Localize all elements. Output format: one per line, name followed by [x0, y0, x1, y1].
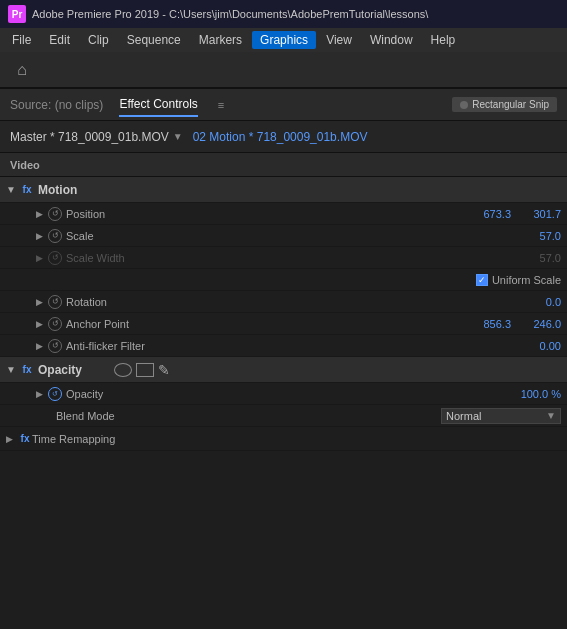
time-remapping-row: ▶ fx Time Remapping	[0, 427, 567, 451]
rect-mask-tool[interactable]	[136, 363, 154, 377]
scale-width-expand: ▶	[36, 253, 48, 263]
title-text: Adobe Premiere Pro 2019 - C:\Users\jim\D…	[32, 8, 428, 20]
scale-label: Scale	[66, 230, 511, 242]
rectangular-snip-button[interactable]: Rectangular Snip	[452, 97, 557, 112]
scale-expand[interactable]: ▶	[36, 231, 48, 241]
position-value-y[interactable]: 301.7	[511, 208, 561, 220]
opacity-value-row: ▶ ↺ Opacity 100.0 %	[0, 383, 567, 405]
menu-graphics[interactable]: Graphics	[252, 31, 316, 49]
position-label: Position	[66, 208, 461, 220]
position-expand[interactable]: ▶	[36, 209, 48, 219]
app-icon: Pr	[8, 5, 26, 23]
pen-mask-tool[interactable]: ✎	[158, 362, 170, 378]
opacity-effect-header[interactable]: ▼ fx Opacity ✎	[0, 357, 567, 383]
master-sequence[interactable]: Master * 718_0009_01b.MOV	[10, 130, 169, 144]
rotation-row: ▶ ↺ Rotation 0.0	[0, 291, 567, 313]
menu-view[interactable]: View	[318, 31, 360, 49]
snip-label: Rectangular Snip	[472, 99, 549, 110]
scale-row: ▶ ↺ Scale 57.0	[0, 225, 567, 247]
menu-help[interactable]: Help	[423, 31, 464, 49]
menu-edit[interactable]: Edit	[41, 31, 78, 49]
effect-controls-tab[interactable]: Effect Controls	[119, 93, 197, 117]
menu-markers[interactable]: Markers	[191, 31, 250, 49]
uniform-scale-row: ✓ Uniform Scale	[0, 269, 567, 291]
panel-header: Source: (no clips) Effect Controls ≡ Rec…	[0, 89, 567, 121]
motion-effect-group: ▼ fx Motion ▶ ↺ Position 673.3 301.7 ▶ ↺…	[0, 177, 567, 357]
sequence-dropdown-arrow[interactable]: ▼	[173, 131, 183, 142]
video-label: Video	[10, 159, 40, 171]
panel-menu-icon[interactable]: ≡	[218, 99, 224, 111]
scale-reset-icon[interactable]: ↺	[48, 229, 62, 243]
snip-dot	[460, 101, 468, 109]
toolbar: ⌂	[0, 52, 567, 88]
opacity-fx-badge: fx	[20, 364, 34, 375]
sequence-bar: Master * 718_0009_01b.MOV ▼ 02 Motion * …	[0, 121, 567, 153]
scale-width-value: 57.0	[511, 252, 561, 264]
active-sequence[interactable]: 02 Motion * 718_0009_01b.MOV	[193, 130, 368, 144]
blend-mode-label: Blend Mode	[56, 410, 441, 422]
rotation-value[interactable]: 0.0	[511, 296, 561, 308]
menu-clip[interactable]: Clip	[80, 31, 117, 49]
scale-width-row: ▶ ↺ Scale Width 57.0	[0, 247, 567, 269]
scale-width-label: Scale Width	[66, 252, 511, 264]
anchor-value-x[interactable]: 856.3	[461, 318, 511, 330]
motion-effect-header[interactable]: ▼ fx Motion	[0, 177, 567, 203]
anchor-label: Anchor Point	[66, 318, 461, 330]
anti-flicker-label: Anti-flicker Filter	[66, 340, 511, 352]
home-icon[interactable]: ⌂	[10, 58, 34, 82]
scale-width-reset-icon: ↺	[48, 251, 62, 265]
opacity-expand[interactable]: ▶	[36, 389, 48, 399]
position-reset-icon[interactable]: ↺	[48, 207, 62, 221]
time-remapping-label: Time Remapping	[32, 433, 561, 445]
panel-area: Source: (no clips) Effect Controls ≡ Rec…	[0, 88, 567, 451]
rotation-label: Rotation	[66, 296, 511, 308]
title-bar: Pr Adobe Premiere Pro 2019 - C:\Users\ji…	[0, 0, 567, 28]
anti-flicker-reset-icon[interactable]: ↺	[48, 339, 62, 353]
blend-mode-row: Blend Mode Normal ▼	[0, 405, 567, 427]
uniform-scale-label: Uniform Scale	[492, 274, 561, 286]
position-row: ▶ ↺ Position 673.3 301.7	[0, 203, 567, 225]
menu-file[interactable]: File	[4, 31, 39, 49]
menu-sequence[interactable]: Sequence	[119, 31, 189, 49]
menu-bar: File Edit Clip Sequence Markers Graphics…	[0, 28, 567, 52]
anchor-expand[interactable]: ▶	[36, 319, 48, 329]
uniform-scale-checkbox[interactable]: ✓	[476, 274, 488, 286]
anchor-reset-icon[interactable]: ↺	[48, 317, 62, 331]
video-section-header: Video	[0, 153, 567, 177]
motion-effect-name: Motion	[38, 183, 77, 197]
ellipse-mask-tool[interactable]	[114, 363, 132, 377]
motion-collapse-arrow[interactable]: ▼	[6, 184, 16, 195]
opacity-effect-name: Opacity	[38, 363, 82, 377]
menu-window[interactable]: Window	[362, 31, 421, 49]
opacity-effect-group: ▼ fx Opacity ✎ ▶ ↺ Opacity 100.0 % Blend…	[0, 357, 567, 427]
blend-mode-select[interactable]: Normal ▼	[441, 408, 561, 424]
time-remapping-expand[interactable]: ▶	[6, 434, 18, 444]
motion-fx-badge: fx	[20, 184, 34, 195]
anti-flicker-row: ▶ ↺ Anti-flicker Filter 0.00	[0, 335, 567, 357]
opacity-reset-icon[interactable]: ↺	[48, 387, 62, 401]
rotation-expand[interactable]: ▶	[36, 297, 48, 307]
time-remapping-fx-badge: fx	[18, 433, 32, 444]
anti-flicker-value[interactable]: 0.00	[511, 340, 561, 352]
anti-flicker-expand[interactable]: ▶	[36, 341, 48, 351]
position-value-x[interactable]: 673.3	[461, 208, 511, 220]
opacity-label: Opacity	[66, 388, 511, 400]
blend-mode-value: Normal	[446, 410, 481, 422]
opacity-collapse-arrow[interactable]: ▼	[6, 364, 16, 375]
blend-mode-arrow: ▼	[546, 410, 556, 421]
rotation-reset-icon[interactable]: ↺	[48, 295, 62, 309]
anchor-point-row: ▶ ↺ Anchor Point 856.3 246.0	[0, 313, 567, 335]
opacity-value[interactable]: 100.0 %	[511, 388, 561, 400]
source-tab[interactable]: Source: (no clips)	[10, 94, 103, 116]
scale-value[interactable]: 57.0	[511, 230, 561, 242]
anchor-value-y[interactable]: 246.0	[511, 318, 561, 330]
